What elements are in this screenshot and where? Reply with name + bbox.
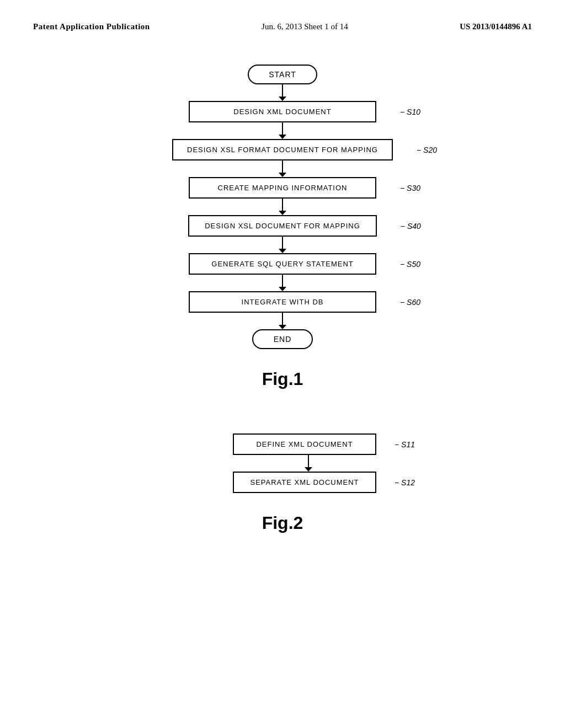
s12-box: SEPARATE XML DOCUMENT [233,472,376,493]
s50-box: GENERATE SQL QUERY STATEMENT [189,253,376,275]
s60-label: − S60 [400,298,420,307]
s60-wrapper: INTEGRATE WITH DB − S60 [189,291,376,313]
page: Patent Application Publication Jun. 6, 2… [0,0,565,728]
s50-wrapper: GENERATE SQL QUERY STATEMENT − S50 [189,253,376,275]
start-oval: START [248,65,317,84]
arrow-5 [279,275,286,291]
start-node: START [248,65,317,84]
fig2-container: DEFINE XML DOCUMENT − S11 SEPARATE XML D… [33,433,532,533]
s10-wrapper: DESIGN XML DOCUMENT − S10 [189,101,376,122]
s60-box: INTEGRATE WITH DB [189,291,376,313]
s50-label: − S50 [400,260,420,269]
s10-label: − S10 [400,108,420,116]
arrow-0 [279,84,286,101]
s40-box: DESIGN XSL DOCUMENT FOR MAPPING [188,215,377,237]
arrow-2 [279,160,286,177]
s40-wrapper: DESIGN XSL DOCUMENT FOR MAPPING − S40 [188,215,377,237]
header-publication-label: Patent Application Publication [33,22,150,31]
arrow-4 [279,237,286,253]
arrow-fig2-1 [305,455,312,472]
s11-box: DEFINE XML DOCUMENT [233,433,376,455]
fig1-container: START DESIGN XML DOCUMENT − S10 DESIGN X… [33,65,532,389]
s30-label: − S30 [400,184,420,192]
s30-box: CREATE MAPPING INFORMATION [189,177,376,199]
s11-wrapper: DEFINE XML DOCUMENT − S11 [233,433,376,455]
s11-label: − S11 [395,440,415,449]
s10-box: DESIGN XML DOCUMENT [189,101,376,122]
arrow-1 [279,122,286,139]
arrow-3 [279,199,286,215]
s12-wrapper: SEPARATE XML DOCUMENT − S12 [233,472,376,493]
s20-wrapper: DESIGN XSL FORMAT DOCUMENT FOR MAPPING −… [172,139,393,160]
fig1-label: Fig.1 [262,369,303,389]
fig2-flowchart: DEFINE XML DOCUMENT − S11 SEPARATE XML D… [233,433,376,493]
s20-box: DESIGN XSL FORMAT DOCUMENT FOR MAPPING [172,139,393,160]
end-node: END [252,329,313,349]
page-header: Patent Application Publication Jun. 6, 2… [33,22,532,31]
s20-label: − S20 [417,146,437,154]
s40-label: − S40 [401,222,421,231]
fig2-label: Fig.2 [262,513,303,533]
fig1-flowchart: START DESIGN XML DOCUMENT − S10 DESIGN X… [172,65,393,349]
s30-wrapper: CREATE MAPPING INFORMATION − S30 [189,177,376,199]
end-oval: END [252,329,313,349]
header-patent-number: US 2013/0144896 A1 [460,22,532,31]
s12-label: − S12 [395,478,415,487]
arrow-6 [279,313,286,329]
header-date-sheet: Jun. 6, 2013 Sheet 1 of 14 [262,22,348,31]
